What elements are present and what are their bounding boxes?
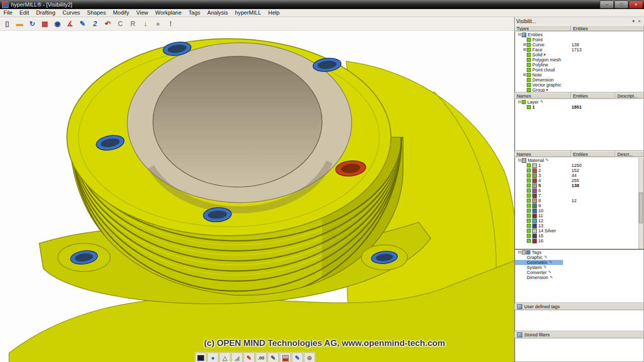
visibility-icon[interactable]	[527, 189, 531, 193]
type-row-polygon-mesh[interactable]: Polygon mesh	[515, 57, 643, 62]
type-row-point-cloud[interactable]: Point cloud	[515, 67, 643, 72]
visibility-icon[interactable]	[527, 105, 531, 109]
decimal-precision-icon[interactable]: .00	[256, 352, 267, 362]
wireframe-view-icon[interactable]: △	[219, 352, 230, 362]
tag-row-tags[interactable]: ⊟Tags	[515, 250, 643, 255]
material-row-13[interactable]: 13	[515, 223, 643, 228]
materials-col-desc[interactable]: Descr...	[615, 151, 644, 157]
minimize-button[interactable]: –	[600, 1, 614, 9]
expander-icon[interactable]: ⊞	[522, 72, 527, 77]
visibility-icon[interactable]	[527, 78, 531, 82]
material-row-6[interactable]: 6	[515, 188, 643, 193]
layer-row-layer[interactable]: ⊟Layer✎	[515, 100, 643, 105]
visibility-icon[interactable]	[522, 100, 526, 104]
types-col-label[interactable]: Types	[515, 25, 571, 31]
visibility-icon[interactable]	[527, 38, 531, 42]
sketch-2d-icon[interactable]: 2	[89, 18, 101, 30]
scrollbar-thumb[interactable]	[639, 193, 643, 224]
export-down-icon[interactable]: ↓	[139, 18, 151, 30]
type-row-solid[interactable]: Solid●	[515, 52, 643, 57]
user-tags-bar[interactable]: User defined tags	[515, 303, 644, 310]
material-scrollbar[interactable]	[638, 158, 643, 249]
marker-pen-icon[interactable]: ✎	[244, 352, 255, 362]
tag-row-geometric[interactable]: Geometric✎	[515, 260, 643, 265]
panel-close-icon[interactable]: ×	[636, 19, 642, 24]
visibility-icon[interactable]	[527, 204, 531, 208]
menu-tags[interactable]: Tags	[185, 9, 204, 17]
menu-analysis[interactable]: Analysis	[204, 9, 231, 17]
viewport-3d[interactable]: (c) OPEN MIND Technologies AG, www.openm…	[0, 31, 514, 362]
expander-icon[interactable]: ⊟	[517, 158, 522, 163]
material-row-15[interactable]: 15	[515, 233, 643, 238]
fill-color-icon[interactable]	[280, 352, 291, 362]
material-row-2[interactable]: 2152	[515, 168, 643, 173]
visibility-icon[interactable]	[527, 53, 531, 57]
menu-curves[interactable]: Curves	[59, 9, 84, 17]
maximize-button[interactable]: □	[614, 1, 628, 9]
material-row-3[interactable]: 344	[515, 173, 643, 178]
edit-pencil-icon[interactable]: ✎	[268, 352, 279, 362]
material-row-16[interactable]: 16	[515, 238, 643, 243]
types-col-entities[interactable]: Entities	[571, 25, 644, 31]
expander-icon[interactable]: ⊟	[517, 100, 522, 105]
undo-icon[interactable]: ↶	[102, 18, 114, 30]
menu-shapes[interactable]: Shapes	[84, 9, 109, 17]
tag-row-system[interactable]: System✎	[515, 265, 643, 270]
edit-pencil-icon[interactable]: ✎	[544, 255, 548, 260]
visibility-icon[interactable]	[527, 88, 531, 92]
shaded-sphere-icon[interactable]: ◉	[51, 18, 63, 30]
menu-help[interactable]: Help	[265, 9, 283, 17]
menu-modify[interactable]: Modify	[109, 9, 132, 17]
close-button[interactable]: ×	[629, 1, 643, 9]
tag-row-dimension[interactable]: Dimension✎	[515, 275, 643, 280]
visibility-icon[interactable]	[527, 58, 531, 62]
material-row-1[interactable]: 11250	[515, 163, 643, 168]
visibility-icon[interactable]	[527, 63, 531, 67]
background-dark-icon[interactable]	[195, 352, 206, 362]
visibility-icon[interactable]	[527, 224, 531, 228]
menu-drafting[interactable]: Drafting	[33, 9, 59, 17]
material-row-12[interactable]: 12	[515, 218, 643, 223]
expander-icon[interactable]: ⊞	[522, 42, 527, 47]
names-col-desc[interactable]: Descript...	[615, 93, 644, 99]
visibility-icon[interactable]	[527, 173, 531, 177]
print-icon[interactable]: ▦	[39, 18, 51, 30]
render-sphere-icon[interactable]: ●	[152, 18, 164, 30]
materials-col-label[interactable]: Names	[515, 151, 571, 157]
type-row-group[interactable]: Group●	[515, 87, 643, 93]
material-row-11[interactable]: 11	[515, 213, 643, 218]
edit-pencil-icon[interactable]: ✎	[548, 270, 552, 275]
open-folder-icon[interactable]: ▬	[14, 18, 26, 30]
expander-icon[interactable]: ⊞	[522, 47, 527, 52]
material-row-8[interactable]: 812	[515, 198, 643, 203]
visibility-icon[interactable]	[527, 43, 531, 47]
draw-pencil-icon[interactable]: ✎	[292, 352, 303, 362]
shaded-view-icon[interactable]: ●	[207, 352, 218, 362]
visibility-icon[interactable]	[527, 239, 531, 243]
visibility-icon[interactable]	[527, 214, 531, 218]
menu-view[interactable]: View	[133, 9, 152, 17]
new-document-icon[interactable]: ▯	[1, 18, 13, 30]
visibility-icon[interactable]	[527, 83, 531, 87]
type-row-point[interactable]: Point	[515, 37, 643, 42]
menu-file[interactable]: File	[0, 9, 16, 17]
names-col-entities[interactable]: Entities	[571, 93, 615, 99]
visibility-icon[interactable]	[527, 229, 531, 233]
type-row-polyline[interactable]: Polyline	[515, 62, 643, 67]
slope-angle-icon[interactable]: ◢	[231, 352, 243, 362]
visibility-icon[interactable]	[527, 168, 531, 172]
stored-filters-bar[interactable]: Stored filters	[515, 331, 644, 338]
visibility-icon[interactable]	[527, 163, 531, 167]
material-row-10[interactable]: 10	[515, 208, 643, 213]
edit-pencil-icon[interactable]: ✎	[543, 265, 547, 270]
panel-menu-icon[interactable]: ▾	[630, 19, 636, 24]
menu-hypermill[interactable]: hyperMILL	[231, 9, 265, 17]
type-row-entities[interactable]: ⊟Entities	[515, 32, 643, 37]
visibility-icon[interactable]	[527, 199, 531, 203]
import-sync-icon[interactable]: ↻	[26, 18, 38, 30]
measure-angle-icon[interactable]: ∡	[64, 18, 76, 30]
edit-pencil-icon[interactable]: ✎	[550, 275, 553, 280]
edit-pencil-icon[interactable]: ✎	[540, 100, 544, 105]
type-row-face[interactable]: ⊞Face1713	[515, 47, 643, 52]
visibility-icon[interactable]	[527, 48, 531, 52]
